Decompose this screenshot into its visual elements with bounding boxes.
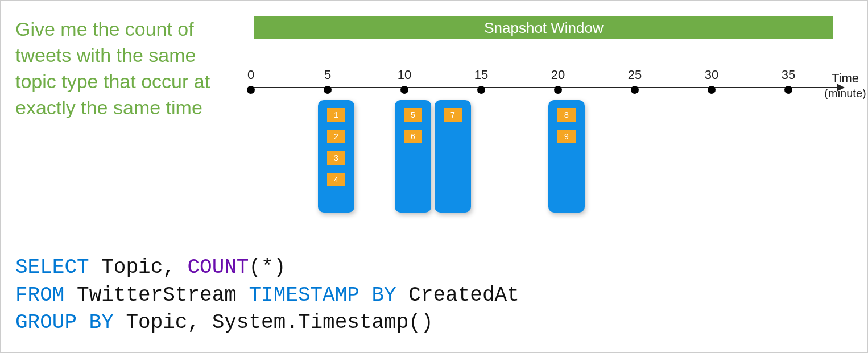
tick-label: 5	[319, 68, 336, 82]
sql-text: Topic, System.Timestamp()	[114, 311, 433, 334]
sql-text: (*)	[249, 256, 286, 279]
tick-35: 35	[780, 68, 797, 94]
sql-query: SELECT Topic, COUNT(*) FROM TwitterStrea…	[15, 254, 519, 337]
tick-10: 10	[396, 68, 413, 94]
snapshot-window-banner: Snapshot Window	[254, 16, 833, 39]
group-at-5: 1 2 3 4	[318, 100, 354, 213]
tick-dot-icon	[477, 86, 485, 94]
group-at-20: 8 9	[548, 100, 585, 213]
tick-label: 35	[780, 68, 797, 82]
event-box: 8	[557, 108, 576, 122]
tick-label: 20	[549, 68, 567, 82]
event-box: 5	[404, 108, 422, 122]
axis-label: Time	[820, 71, 868, 86]
event-box: 4	[327, 173, 345, 186]
sql-line-1: SELECT Topic, COUNT(*)	[15, 254, 519, 282]
event-box: 7	[444, 108, 462, 122]
event-groups: 1 2 3 4 5 6 7 8 9	[245, 100, 848, 225]
group-at-10-b: 7	[435, 100, 471, 213]
sql-text: TwitterStream	[64, 284, 249, 307]
description-text: Give me the count of tweets with the sam…	[15, 16, 220, 121]
event-box: 1	[327, 108, 345, 122]
tick-label: 0	[242, 68, 259, 82]
tick-0: 0	[242, 68, 259, 94]
sql-text: CreatedAt	[396, 284, 519, 307]
tick-label: 30	[703, 68, 720, 82]
group-at-10-a: 5 6	[395, 100, 431, 213]
tick-dot-icon	[708, 86, 716, 94]
tick-dot-icon	[554, 86, 562, 94]
timeline-axis	[251, 87, 838, 88]
tick-label: 15	[473, 68, 490, 82]
tick-dot-icon	[324, 86, 332, 94]
sql-line-3: GROUP BY Topic, System.Timestamp()	[15, 309, 519, 337]
sql-keyword-select: SELECT	[15, 256, 89, 279]
tick-dot-icon	[784, 86, 792, 94]
sql-keyword-group-by: GROUP BY	[15, 311, 114, 334]
event-box: 6	[404, 130, 422, 143]
tick-25: 25	[626, 68, 643, 94]
tick-label: 25	[626, 68, 643, 82]
diagram-root: Give me the count of tweets with the sam…	[1, 1, 867, 352]
sql-keyword-from: FROM	[15, 284, 64, 307]
event-box: 3	[327, 151, 345, 165]
sql-text: Topic,	[89, 256, 188, 279]
sql-keyword-timestamp-by: TIMESTAMP BY	[249, 284, 396, 307]
event-box: 9	[557, 130, 576, 143]
tick-dot-icon	[400, 86, 408, 94]
tick-20: 20	[549, 68, 567, 94]
axis-sublabel: (minute)	[820, 87, 868, 100]
tick-30: 30	[703, 68, 720, 94]
event-box: 2	[327, 130, 345, 143]
tick-5: 5	[319, 68, 336, 94]
sql-keyword-count: COUNT	[187, 256, 249, 279]
tick-dot-icon	[247, 86, 255, 94]
tick-15: 15	[473, 68, 490, 94]
sql-line-2: FROM TwitterStream TIMESTAMP BY CreatedA…	[15, 282, 519, 310]
tick-dot-icon	[631, 86, 639, 94]
tick-label: 10	[396, 68, 413, 82]
